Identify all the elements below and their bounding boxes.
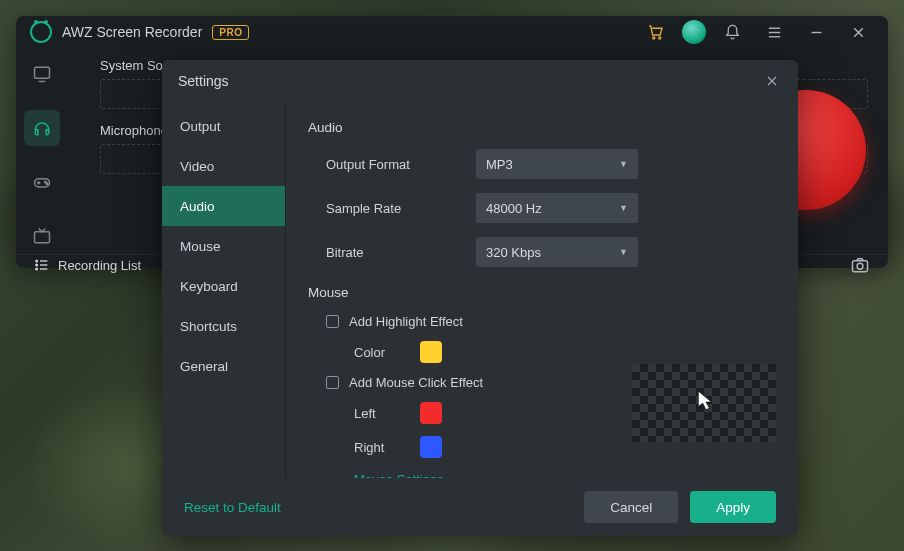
app-title: AWZ Screen Recorder: [62, 24, 202, 40]
chevron-down-icon: ▼: [619, 159, 628, 169]
output-format-row: Output Format MP3 ▼: [308, 149, 776, 179]
svg-point-23: [857, 263, 863, 269]
bitrate-select[interactable]: 320 Kbps ▼: [476, 237, 638, 267]
dialog-body: Output Video Audio Mouse Keyboard Shortc…: [162, 102, 798, 478]
cancel-button[interactable]: Cancel: [584, 491, 678, 523]
svg-point-1: [659, 37, 661, 39]
tab-general[interactable]: General: [162, 346, 285, 386]
cursor-icon: [697, 390, 715, 412]
sample-rate-select[interactable]: 48000 Hz ▼: [476, 193, 638, 223]
svg-rect-22: [853, 261, 868, 272]
sample-rate-row: Sample Rate 48000 Hz ▼: [308, 193, 776, 223]
pro-badge: PRO: [212, 25, 249, 40]
minimize-icon[interactable]: [800, 16, 832, 48]
highlight-checkbox[interactable]: [326, 315, 339, 328]
highlight-effect-row: Add Highlight Effect: [308, 314, 776, 329]
svg-point-0: [653, 37, 655, 39]
tab-output[interactable]: Output: [162, 106, 285, 146]
mouse-settings-link[interactable]: Mouse Settings: [354, 472, 444, 478]
mouse-section-heading: Mouse: [308, 285, 776, 300]
svg-rect-8: [35, 67, 50, 78]
close-icon[interactable]: [842, 16, 874, 48]
right-click-label: Right: [354, 440, 406, 455]
click-label: Add Mouse Click Effect: [349, 375, 483, 390]
settings-content: Audio Output Format MP3 ▼ Sample Rate 48…: [286, 102, 798, 478]
settings-dialog: Settings Output Video Audio Mouse Keyboa…: [162, 60, 798, 536]
recording-list-button[interactable]: Recording List: [34, 257, 141, 273]
tv-mode-icon[interactable]: [24, 218, 60, 254]
recording-list-label: Recording List: [58, 258, 141, 273]
app-logo-icon: [30, 21, 52, 43]
mouse-preview: [632, 364, 776, 442]
apply-button[interactable]: Apply: [690, 491, 776, 523]
tab-shortcuts[interactable]: Shortcuts: [162, 306, 285, 346]
camera-icon[interactable]: [850, 255, 870, 275]
settings-sidebar: Output Video Audio Mouse Keyboard Shortc…: [162, 102, 286, 478]
chevron-down-icon: ▼: [619, 247, 628, 257]
tab-video[interactable]: Video: [162, 146, 285, 186]
highlight-color-row: Color: [308, 341, 776, 363]
screen-mode-icon[interactable]: [24, 56, 60, 92]
svg-point-18: [36, 264, 38, 266]
left-click-swatch[interactable]: [420, 402, 442, 424]
bitrate-label: Bitrate: [308, 245, 476, 260]
dialog-footer: Reset to Default Cancel Apply: [162, 478, 798, 536]
tab-keyboard[interactable]: Keyboard: [162, 266, 285, 306]
audio-section-heading: Audio: [308, 120, 776, 135]
bell-icon[interactable]: [716, 16, 748, 48]
dialog-title: Settings: [178, 73, 229, 89]
tab-audio[interactable]: Audio: [162, 186, 285, 226]
svg-rect-15: [35, 232, 50, 243]
svg-point-14: [46, 183, 48, 185]
dialog-close-icon[interactable]: [762, 71, 782, 91]
output-format-select[interactable]: MP3 ▼: [476, 149, 638, 179]
sample-rate-label: Sample Rate: [308, 201, 476, 216]
mode-toolbar: [16, 48, 68, 254]
app-header: AWZ Screen Recorder PRO: [16, 16, 888, 48]
reset-to-default-button[interactable]: Reset to Default: [184, 500, 281, 515]
click-checkbox[interactable]: [326, 376, 339, 389]
svg-point-20: [36, 268, 38, 270]
dialog-header: Settings: [162, 60, 798, 102]
bitrate-row: Bitrate 320 Kbps ▼: [308, 237, 776, 267]
audio-mode-icon[interactable]: [24, 110, 60, 146]
tab-mouse[interactable]: Mouse: [162, 226, 285, 266]
chevron-down-icon: ▼: [619, 203, 628, 213]
right-click-swatch[interactable]: [420, 436, 442, 458]
left-click-label: Left: [354, 406, 406, 421]
highlight-color-swatch[interactable]: [420, 341, 442, 363]
svg-point-16: [36, 260, 38, 262]
menu-icon[interactable]: [758, 16, 790, 48]
output-format-label: Output Format: [308, 157, 476, 172]
cart-icon[interactable]: [640, 16, 672, 48]
game-mode-icon[interactable]: [24, 164, 60, 200]
highlight-color-label: Color: [354, 345, 406, 360]
highlight-label: Add Highlight Effect: [349, 314, 463, 329]
avatar[interactable]: [682, 20, 706, 44]
